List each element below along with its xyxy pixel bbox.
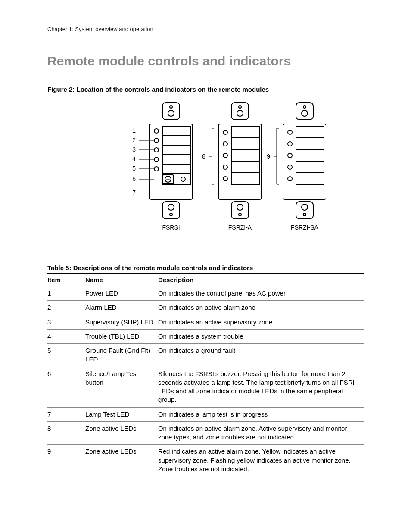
section-title: Remote module controls and indicators [47, 54, 364, 68]
svg-rect-43 [283, 124, 326, 199]
cell-item: 6 [47, 367, 85, 407]
callout-2: 2 [132, 137, 136, 143]
cell-desc: On indicates a lamp test is in progress [158, 407, 364, 421]
module-label-3: FSRZI-SA [291, 224, 318, 231]
svg-point-38 [237, 204, 243, 210]
table-row: 6Silence/Lamp Test buttonSilences the FS… [47, 367, 364, 407]
cell-name: Trouble (TBL) LED [85, 329, 158, 343]
cell-item: 4 [47, 329, 85, 343]
cell-desc: On indicates an active alarm zone [158, 301, 364, 315]
cell-desc: On indicates a system trouble [158, 329, 364, 343]
callout-6: 6 [132, 175, 136, 182]
col-desc: Description [158, 274, 364, 286]
figure-diagram: 1 2 3 4 5 6 7 8 9 FSRSI FSRZI-A FSRZI-SA [47, 100, 364, 247]
svg-point-50 [288, 142, 292, 146]
col-name: Name [85, 274, 158, 286]
svg-point-35 [223, 165, 227, 169]
cell-item: 8 [47, 421, 85, 445]
cell-name: Alarm LED [85, 301, 158, 315]
svg-point-55 [302, 204, 308, 210]
module-label-1: FSRSI [162, 224, 180, 231]
svg-point-36 [223, 177, 227, 181]
callout-9: 9 [267, 153, 270, 160]
svg-point-12 [154, 148, 159, 152]
svg-rect-26 [218, 124, 262, 199]
svg-point-52 [288, 165, 292, 169]
svg-point-53 [288, 177, 292, 181]
svg-point-42 [302, 110, 308, 116]
module-label-2: FSRZI-A [228, 224, 252, 231]
cell-item: 3 [47, 315, 85, 329]
cell-item: 2 [47, 301, 85, 315]
svg-point-39 [239, 213, 241, 216]
table-row: 2Alarm LEDOn indicates an active alarm z… [47, 301, 364, 315]
callout-4: 4 [132, 156, 136, 162]
svg-point-11 [154, 138, 159, 143]
caption-rule [47, 96, 364, 96]
cell-item: 1 [47, 286, 85, 301]
svg-point-19 [181, 177, 185, 181]
callout-8: 8 [202, 153, 206, 160]
cell-name: Supervisory (SUP) LED [85, 315, 158, 329]
cell-name: Ground Fault (Gnd Flt) LED [85, 344, 158, 367]
descriptions-table: Item Name Description 1Power LEDOn indic… [47, 273, 364, 476]
cell-item: 5 [47, 344, 85, 367]
svg-point-2 [168, 110, 174, 116]
svg-point-25 [237, 110, 243, 116]
cell-item: 7 [47, 407, 85, 421]
svg-point-10 [154, 129, 159, 133]
svg-rect-44 [296, 126, 324, 184]
cell-name: Zone active LEDs [85, 445, 158, 476]
cell-item: 9 [47, 445, 85, 476]
svg-point-33 [223, 142, 227, 146]
cell-desc: Red indicates an active alarm zone. Yell… [158, 445, 364, 476]
cell-desc: On indicates an active alarm zone. Activ… [158, 421, 364, 445]
table-row: 8Zone active LEDsOn indicates an active … [47, 421, 364, 445]
callout-7: 7 [132, 189, 136, 196]
svg-point-1 [170, 106, 172, 108]
svg-point-56 [303, 213, 306, 216]
svg-point-32 [223, 130, 227, 134]
svg-point-21 [168, 204, 174, 210]
table-row: 7Lamp Test LEDOn indicates a lamp test i… [47, 407, 364, 421]
cell-name: Silence/Lamp Test button [85, 367, 158, 407]
svg-point-24 [239, 106, 241, 108]
cell-name: Lamp Test LED [85, 407, 158, 421]
svg-point-14 [154, 167, 159, 171]
svg-point-51 [288, 153, 292, 158]
svg-rect-4 [162, 126, 190, 184]
table-row: 5Ground Fault (Gnd Flt) LEDOn indicates … [47, 344, 364, 367]
svg-point-13 [154, 157, 159, 162]
table-caption: Table 5: Descriptions of the remote modu… [47, 264, 364, 271]
col-item: Item [47, 274, 85, 286]
callout-5: 5 [132, 165, 136, 172]
svg-point-41 [303, 106, 306, 108]
cell-name: Zone active LEDs [85, 421, 158, 445]
table-row: 1Power LEDOn indicates the control panel… [47, 286, 364, 301]
cell-name: Power LED [85, 286, 158, 301]
cell-desc: On indicates an active supervisory zone [158, 315, 364, 329]
chapter-header: Chapter 1: System overview and operation [47, 26, 364, 32]
figure-caption: Figure 2: Location of the controls and i… [47, 86, 364, 93]
svg-rect-27 [231, 126, 259, 184]
cell-desc: On indicates a ground fault [158, 344, 364, 367]
table-row: 3Supervisory (SUP) LEDOn indicates an ac… [47, 315, 364, 329]
svg-point-22 [170, 213, 172, 216]
svg-point-49 [288, 130, 292, 134]
cell-desc: On indicates the control panel has AC po… [158, 286, 364, 301]
table-row: 4Trouble (TBL) LEDOn indicates a system … [47, 329, 364, 343]
table-row: 9Zone active LEDsRed indicates an active… [47, 445, 364, 476]
cell-desc: Silences the FSRSI’s buzzer. Pressing th… [158, 367, 364, 407]
callout-1: 1 [132, 127, 136, 134]
svg-point-34 [223, 153, 227, 158]
callout-3: 3 [132, 146, 136, 153]
